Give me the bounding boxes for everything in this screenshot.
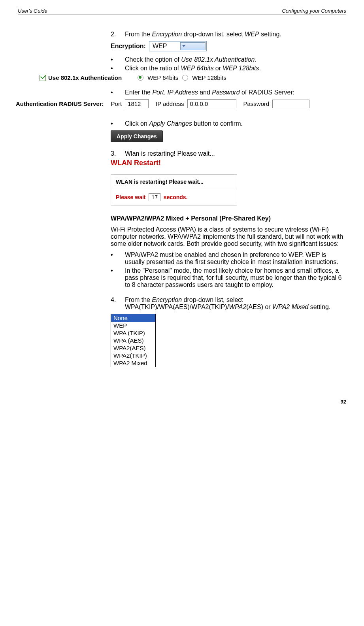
radio-label: WEP 64bits: [147, 74, 178, 81]
radius-ip: IP address 0.0.0.0: [156, 99, 236, 108]
encryption-value: WEP: [153, 43, 177, 50]
step-3-number: 3.: [111, 150, 125, 157]
menu-item-wpa2-aes[interactable]: WPA2(AES): [111, 344, 155, 352]
step-3-text: Wlan is restarting! Please wait...: [125, 150, 215, 157]
ip-input[interactable]: 0.0.0.0: [187, 99, 236, 108]
encryption-combo[interactable]: WEP: [149, 41, 207, 51]
em: IP Address: [168, 89, 198, 96]
radius-port: Port 1812: [111, 99, 149, 108]
em: Encryption: [152, 31, 182, 38]
page-header: User's Guide Configuring your Computers: [18, 8, 346, 15]
bullet-wep-bits: Click on the ratio of WEP 64bits or WEP …: [111, 65, 346, 72]
auth-row-screenshot: Use 802.1x Authentication WEP 64bits WEP…: [40, 74, 346, 81]
bullet-dot: [111, 267, 125, 288]
menu-item-wpa-aes[interactable]: WPA (AES): [111, 337, 155, 344]
bullet-use-auth: Check the option of Use 802.1x Authentic…: [111, 56, 346, 63]
text: (AES) or: [246, 304, 272, 310]
checkbox-icon: [40, 75, 46, 81]
password-label: Password: [243, 100, 270, 107]
em: WPA2 Mixed: [272, 304, 308, 310]
text: setting.: [308, 304, 330, 310]
menu-item-wpa2-mixed[interactable]: WPA2 Mixed: [111, 359, 155, 367]
menu-item-wpa2-tkip[interactable]: WPA2(TKIP): [111, 352, 155, 359]
wpa-bullet-1: WPA/WPA2 must be enabled and chosen in p…: [111, 251, 346, 266]
text: seconds.: [164, 194, 188, 200]
step-2-number: 2.: [111, 31, 125, 38]
em: Apply Changes: [149, 120, 192, 127]
radio-on-icon[interactable]: [138, 75, 143, 81]
wlan-restart-title: WLAN Restart!: [111, 159, 237, 167]
bullet-radius: Enter the Port, IP Address and Password …: [111, 89, 346, 96]
text: Please wait: [116, 194, 146, 200]
menu-item-none[interactable]: None: [111, 314, 155, 322]
chevron-down-icon[interactable]: [180, 42, 206, 50]
bullet-text: In the "Personal" mode, the most likely …: [125, 267, 346, 288]
bullet-text: Click on the ratio of WEP 64bits or WEP …: [125, 65, 261, 72]
bullet-dot: [111, 56, 125, 63]
wpa-paragraph: Wi-Fi Protected Access (WPA) is a class …: [111, 226, 346, 247]
wlan-restart-wait: Please wait 17 seconds.: [111, 189, 237, 206]
text: button to confirm.: [192, 120, 243, 127]
em: WEP: [245, 31, 259, 38]
header-right: Configuring your Computers: [282, 8, 346, 14]
bullet-text: Click on Apply Changes button to confirm…: [125, 120, 243, 127]
em: Use 802.1x Authentication.: [181, 56, 256, 63]
text: WLAN is restarting! Please wait...: [116, 179, 204, 185]
text: or: [213, 65, 223, 72]
text: From the: [125, 31, 152, 38]
countdown-value: 17: [149, 193, 160, 201]
radius-label: Authentication RADIUS Server:: [16, 100, 104, 107]
checkbox-label: Use 802.1x Authentication: [48, 74, 122, 81]
wlan-restart-line1: WLAN is restarting! Please wait...: [111, 174, 237, 189]
content-column: 2. From the Encryption drop-down list, s…: [111, 31, 346, 405]
menu-item-wep[interactable]: WEP: [111, 322, 155, 329]
step-3: 3. Wlan is restarting! Please wait...: [111, 150, 346, 157]
step-2-text: From the Encryption drop-down list, sele…: [125, 31, 281, 38]
use-8021x-checkbox[interactable]: Use 802.1x Authentication: [40, 74, 122, 81]
text: .: [259, 65, 260, 72]
text: Click on the ratio of: [125, 65, 181, 72]
bullet-dot: [111, 89, 125, 96]
bullet-dot: [111, 251, 125, 266]
text: setting.: [259, 31, 281, 38]
apply-changes-button[interactable]: Apply Changes: [111, 130, 163, 142]
wep-radio-group: WEP 64bits WEP 128bits: [138, 74, 226, 81]
em: Encryption: [152, 296, 182, 303]
port-input[interactable]: 1812: [125, 99, 149, 108]
radio-label: WEP 128bits: [192, 74, 226, 81]
radius-password: Password: [243, 100, 310, 108]
page: User's Guide Configuring your Computers …: [0, 0, 364, 420]
ip-label: IP address: [156, 100, 184, 107]
encryption-dropdown-screenshot: Encryption: WEP: [111, 41, 207, 51]
em: WPA2: [229, 304, 246, 310]
bullet-text: WPA/WPA2 must be enabled and chosen in p…: [125, 251, 346, 266]
page-number: 92: [111, 399, 346, 405]
text: ,: [164, 89, 168, 96]
port-label: Port: [111, 100, 122, 107]
bullet-dot: [111, 65, 125, 72]
text: Check the option of: [125, 56, 181, 63]
header-left: User's Guide: [18, 8, 47, 14]
bullet-text: Enter the Port, IP Address and Password …: [125, 89, 294, 96]
password-input[interactable]: [272, 100, 309, 108]
text: From the: [125, 296, 152, 303]
em: Password: [212, 89, 240, 96]
em: Port: [152, 89, 164, 96]
wlan-restart-screenshot: WLAN Restart! WLAN is restarting! Please…: [111, 159, 237, 206]
em: WEP 64bits: [181, 65, 213, 72]
text: Enter the: [125, 89, 152, 96]
text: of RADIUS Server:: [240, 89, 295, 96]
text: and: [198, 89, 212, 96]
step-2: 2. From the Encryption drop-down list, s…: [111, 31, 346, 38]
bullet-dot: [111, 120, 125, 127]
radius-server-row-screenshot: Authentication RADIUS Server: Port 1812 …: [16, 99, 346, 108]
bullet-apply: Click on Apply Changes button to confirm…: [111, 120, 346, 127]
text: Click on: [125, 120, 149, 127]
menu-item-wpa-tkip[interactable]: WPA (TKIP): [111, 329, 155, 337]
radio-off-icon[interactable]: [182, 75, 188, 81]
step-4-number: 4.: [111, 296, 125, 311]
wpa-bullet-2: In the "Personal" mode, the most likely …: [111, 267, 346, 288]
step-4: 4. From the Encryption drop-down list, s…: [111, 296, 346, 311]
encryption-options-menu[interactable]: None WEP WPA (TKIP) WPA (AES) WPA2(AES) …: [111, 314, 156, 367]
text: drop-down list, select: [182, 31, 245, 38]
